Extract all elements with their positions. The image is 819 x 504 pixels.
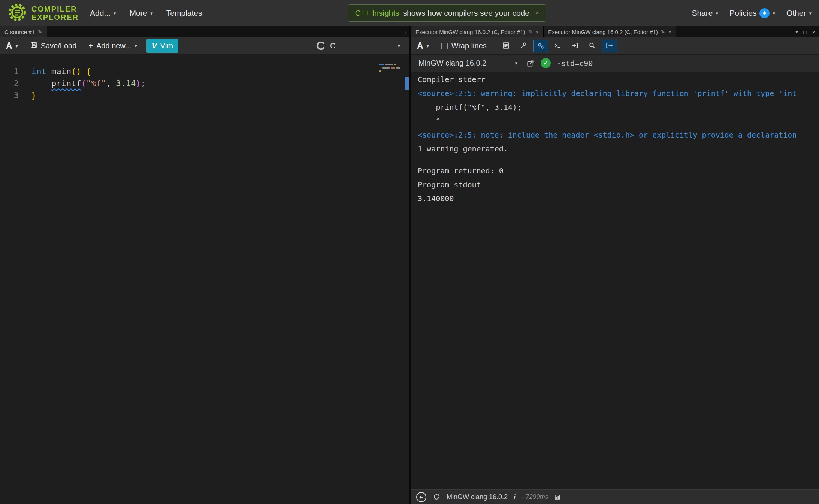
compiler-explorer-app: COMPILER EXPLORER Add... ▾ More ▾ Templa… [0,0,819,26]
executor-toolbar: A ▾ Wrap lines [411,37,819,55]
chevron-down-icon: ▾ [398,43,400,49]
wrap-lines-toggle[interactable]: Wrap lines [439,40,489,52]
token: } [31,91,36,100]
menu-add[interactable]: Add... ▾ [90,9,116,18]
font-size-button[interactable]: A ▾ [415,39,431,52]
tab-c-source-label: C source #1 [4,29,35,35]
chevron-down-icon: ▾ [716,10,718,16]
open-output-button[interactable] [602,40,617,52]
chevron-down-icon: ▾ [427,43,429,49]
language-select[interactable]: C C ▾ [311,37,405,54]
menu-policies-label: Policies [729,9,756,18]
code-line: 1 int main() { [0,66,409,78]
run-button[interactable]: ▶ [416,492,426,502]
info-icon[interactable]: i [514,493,516,501]
menu-other[interactable]: Other ▾ [786,8,812,18]
notification-link[interactable]: C++ Insights [355,9,399,18]
output-line: Program returned: 0 [418,164,819,178]
execution-arguments-button[interactable] [550,40,565,52]
execution-output[interactable]: Compiler stderr <source>:2:5: warning: i… [411,72,819,489]
timing-chart-icon[interactable] [554,493,562,501]
line-number: 1 [0,66,19,78]
menu-share[interactable]: Share ▾ [692,8,718,18]
minimap-mark [379,64,384,65]
execution-time: - 7299ms [522,493,548,501]
menu-other-label: Other [786,9,806,18]
tab-c-source[interactable]: C source #1 ✎ [0,26,47,37]
token: "%f" [86,79,106,88]
save-load-label: Save/Load [41,42,77,50]
vim-toggle-button[interactable]: V Vim [146,39,178,53]
menu-add-label: Add... [90,9,111,18]
notification-banner[interactable]: C++ Insights shows how compilers see you… [348,4,546,22]
add-new-button[interactable]: + Add new... ▾ [86,40,139,52]
main-split: C source #1 ✎ □ A ▾ [0,26,819,504]
warning-marker [405,77,409,90]
code-text: } [19,90,36,102]
minimap[interactable] [379,64,402,74]
code-text: printf("%f", 3.14); [19,78,146,90]
tab-executor-1[interactable]: Executor MinGW clang 16.0.2 (C, Editor #… [411,26,544,37]
main-menu: Add... ▾ More ▾ Templates [90,9,202,18]
minimap-mark [385,64,393,65]
compilation-output-button[interactable] [499,40,514,52]
menu-policies[interactable]: Policies ▾ [729,8,775,18]
minimap-mark [394,64,396,65]
overview-ruler[interactable] [405,55,409,504]
rename-icon[interactable]: ✎ [528,29,533,35]
code-editor[interactable]: 1 int main() { 2 printf("%f", 3.14); 3 } [0,55,409,504]
token [46,67,51,76]
chevron-down-icon: ▾ [114,10,116,16]
menu-templates[interactable]: Templates [166,9,202,18]
status-check-icon: ✓ [541,58,551,68]
close-icon[interactable]: × [535,29,539,35]
options-button[interactable] [516,40,531,52]
output-line: ^ [418,114,819,128]
minimap-mark [391,67,395,69]
close-icon[interactable]: × [668,29,671,35]
stdin-button[interactable] [568,40,583,52]
line-number: 3 [0,90,19,102]
minimap-line [379,64,402,65]
tab-executor-1-label: Executor MinGW clang 16.0.2 (C, Editor #… [415,29,525,35]
checkbox-icon [441,43,448,49]
notification-close-icon[interactable]: × [535,10,539,16]
minimap-line [382,67,402,69]
tab-dropdown-icon[interactable]: ▾ [795,28,798,35]
maximize-icon[interactable]: □ [402,29,405,35]
external-link-icon[interactable] [526,59,535,67]
chevron-down-icon: ▾ [773,10,775,16]
logo[interactable]: COMPILER EXPLORER [7,3,79,24]
font-size-label: A [417,41,423,51]
font-size-label: A [6,41,12,51]
chevron-down-icon: ▾ [150,10,153,16]
menu-templates-label: Templates [166,9,202,18]
token: main [51,67,71,76]
output-line: 3.140000 [418,192,819,206]
chevron-down-icon: ▾ [809,10,812,16]
token: ) [136,79,140,88]
refresh-button[interactable] [432,493,441,501]
sign-out-icon [605,42,613,51]
code-line: 2 printf("%f", 3.14); [0,78,409,90]
play-icon: ▶ [420,495,423,500]
token: () [71,67,81,76]
logo-line2: EXPLORER [31,13,79,21]
tab-executor-2[interactable]: Executor MinGW clang 16.0.2 (C, Editor #… [544,26,676,37]
menu-more-label: More [129,9,147,18]
compiler-select[interactable]: MinGW clang 16.0.2 ▾ [415,59,520,67]
save-load-button[interactable]: Save/Load [28,40,79,52]
chevron-down-icon: ▾ [16,43,18,49]
menu-more[interactable]: More ▾ [129,9,152,18]
close-icon[interactable]: × [812,29,815,35]
token: 3.14 [116,79,136,88]
status-compiler-name: MinGW clang 16.0.2 [447,493,508,501]
compiler-settings-button[interactable] [533,40,548,52]
rename-icon[interactable]: ✎ [661,29,665,35]
font-size-button[interactable]: A ▾ [4,39,20,52]
find-button[interactable] [585,40,600,52]
compiler-select-label: MinGW clang 16.0.2 [418,59,486,67]
rename-icon[interactable]: ✎ [38,29,42,35]
compiler-args-input[interactable] [557,59,815,68]
maximize-icon[interactable]: □ [803,29,807,35]
